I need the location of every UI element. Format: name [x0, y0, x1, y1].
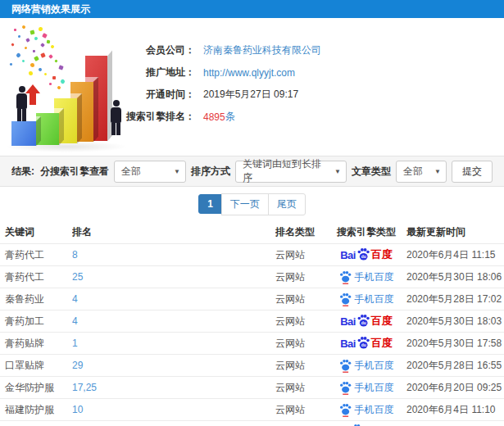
rank-link[interactable]: 29: [72, 360, 83, 371]
member-company-link[interactable]: 济南秦鲁药业科技有限公司: [203, 43, 321, 57]
mobile-baidu-icon: 手机百度: [339, 270, 394, 284]
keyword-cell: 福建防护服: [5, 404, 54, 415]
opened-time-row: 开通时间： 2019年5月27日 09:17: [121, 84, 321, 106]
engine-rank-row: 搜索引擎排名： 4895条: [121, 106, 321, 128]
keyword-cell: 膏药代工: [5, 271, 44, 283]
table-row: 秦鲁药业 4 云网站 手机百度 2020年5月28日 17:02: [0, 288, 504, 310]
rank-link[interactable]: 25: [72, 271, 83, 283]
rank-link[interactable]: 4: [72, 315, 78, 327]
chevron-down-icon: ▼: [329, 168, 341, 175]
table-row: 膏药贴牌 1 云网站 Bai du 百度 2020年5月30日 17:58: [0, 333, 504, 355]
sort-select[interactable]: 关键词由短到长排序 ▼: [235, 161, 347, 183]
svg-text:du: du: [361, 255, 366, 259]
filter-bar: 结果: 分搜索引擎查看 全部 ▼ 排序方式 关键词由短到长排序 ▼ 文章类型 全…: [0, 156, 504, 187]
baidu-logo-icon: Bai du 百度: [340, 247, 393, 262]
mobile-baidu-icon: 手机百度: [339, 359, 394, 373]
table-row: 口罩贴牌 29 云网站 手机百度 2020年5月28日 16:55: [0, 355, 504, 377]
updated-time-cell: 2020年5月28日 17:02: [406, 293, 502, 305]
bar-chart-illustration: [2, 20, 141, 156]
promo-url-row: 推广地址： http://www.qlyyjt.com: [121, 61, 321, 84]
header-updated-time: 最新更新时间: [403, 225, 504, 239]
businessman-right: [111, 100, 121, 135]
blue-bar: [11, 121, 36, 146]
rank-type-cell: 云网站: [275, 404, 305, 415]
chevron-down-icon: ▼: [429, 168, 441, 175]
mobile-baidu-icon: 手机百度: [339, 403, 394, 417]
table-row: 膏药加工 4 云网站 Bai du 百度 2020年5月30日 18:03: [0, 310, 504, 333]
businessman-left: [16, 86, 27, 121]
updated-time-cell: 2020年5月30日 18:06: [406, 271, 502, 283]
engine-type-cell: 手机百度: [325, 359, 403, 373]
engine-select[interactable]: 全部 ▼: [114, 161, 186, 183]
engine-rank-label: 搜索引擎排名：: [121, 110, 195, 124]
rank-link[interactable]: 8: [72, 249, 78, 261]
engine-filter-label: 分搜索引擎查看: [40, 165, 109, 179]
next-page-button[interactable]: 下一页: [221, 193, 269, 215]
engine-rank-suffix: 条: [225, 110, 235, 124]
engine-type-cell: Bai du 百度: [325, 247, 403, 262]
keyword-cell: 膏药贴牌: [5, 338, 44, 349]
page-1-button[interactable]: 1: [198, 194, 222, 214]
submit-button[interactable]: 提交: [452, 161, 493, 183]
updated-time-cell: 2020年6月4日 11:15: [406, 249, 496, 261]
article-type-select[interactable]: 全部 ▼: [396, 161, 447, 183]
keyword-cell: 金华防护服: [5, 382, 54, 393]
result-label: 结果:: [11, 165, 34, 179]
company-info-list: 会员公司： 济南秦鲁药业科技有限公司 推广地址： http://www.qlyy…: [121, 39, 321, 128]
header-keyword: 关键词: [0, 225, 72, 239]
svg-text:du: du: [361, 343, 366, 347]
mobile-baidu-icon: 手机百度: [339, 381, 394, 395]
baidu-logo-icon: Bai du 百度: [340, 314, 393, 329]
engine-type-cell: 手机百度: [325, 381, 403, 395]
engine-select-value: 全部: [121, 165, 141, 179]
engine-rank-count: 4895: [203, 111, 225, 123]
rank-link[interactable]: 1: [72, 338, 78, 349]
engine-type-cell: 手机百度: [325, 292, 403, 306]
keyword-cell: 膏药代工: [5, 249, 44, 261]
results-table: 关键词 排名 排名类型 搜索引擎类型 最新更新时间 膏药代工 8 云网站 Bai…: [0, 221, 504, 421]
header-rank: 排名: [72, 225, 275, 239]
rank-type-cell: 云网站: [275, 293, 305, 305]
article-type-label: 文章类型: [352, 165, 391, 179]
rank-type-cell: 云网站: [275, 271, 305, 283]
rank-type-cell: 云网站: [275, 249, 305, 261]
rank-link[interactable]: 10: [72, 404, 83, 415]
rank-link[interactable]: 4: [72, 293, 78, 305]
promo-url-link[interactable]: http://www.qlyyjt.com: [203, 67, 295, 79]
up-arrow-icon: [25, 84, 40, 105]
table-header-row: 关键词 排名 排名类型 搜索引擎类型 最新更新时间: [0, 221, 504, 244]
title-bar: 网络营销效果展示: [0, 0, 504, 18]
promo-url-label: 推广地址：: [121, 66, 195, 79]
page-title: 网络营销效果展示: [11, 2, 90, 16]
keyword-cell: 膏药加工: [5, 315, 44, 327]
company-info-section: 会员公司： 济南秦鲁药业科技有限公司 推广地址： http://www.qlyy…: [0, 18, 504, 156]
mobile-baidu-icon: 手机百度: [339, 292, 394, 306]
member-company-label: 会员公司：: [121, 43, 195, 57]
updated-time-cell: 2020年6月20日 09:25: [406, 382, 502, 393]
table-row: 金华防护服 17,25 云网站 手机百度 2020年6月20日 09:25: [0, 377, 504, 399]
sort-select-value: 关键词由短到长排序: [243, 157, 329, 185]
keyword-cell: 秦鲁药业: [5, 293, 44, 305]
article-type-select-value: 全部: [403, 165, 423, 179]
last-page-button[interactable]: 尾页: [268, 193, 306, 215]
table-row: 膏药代工 8 云网站 Bai du 百度 2020年6月4日 11:15: [0, 244, 504, 266]
rank-link[interactable]: 17,25: [72, 382, 97, 393]
updated-time-cell: 2020年5月30日 17:58: [406, 338, 502, 349]
rank-type-cell: 云网站: [275, 338, 305, 349]
updated-time-cell: 2020年5月28日 16:55: [406, 360, 502, 371]
sort-filter-label: 排序方式: [191, 165, 230, 179]
baidu-logo-icon: Bai du 百度: [340, 336, 393, 351]
member-company-row: 会员公司： 济南秦鲁药业科技有限公司: [121, 39, 321, 61]
header-rank-type: 排名类型: [275, 225, 325, 239]
table-row: 福建防护服 10 云网站 手机百度 2020年6月4日 11:10: [0, 399, 504, 421]
updated-time-cell: 2020年6月4日 11:10: [406, 404, 496, 415]
engine-type-cell: 手机百度: [325, 403, 403, 417]
table-row: 膏药代工 25 云网站 手机百度 2020年5月30日 18:06: [0, 266, 504, 288]
engine-type-cell: Bai du 百度: [325, 314, 403, 329]
rank-type-cell: 云网站: [275, 360, 305, 371]
keyword-cell: 口罩贴牌: [5, 360, 44, 371]
engine-type-cell: 手机百度: [325, 270, 403, 284]
opened-time-label: 开通时间：: [121, 88, 195, 102]
updated-time-cell: 2020年5月30日 18:03: [406, 315, 502, 327]
opened-time-value: 2019年5月27日 09:17: [203, 88, 298, 102]
